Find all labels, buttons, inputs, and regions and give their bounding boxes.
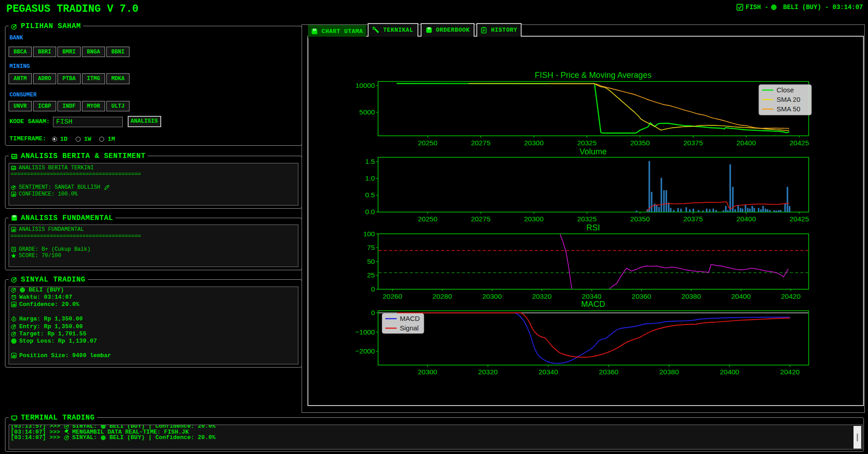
svg-text:100: 100 <box>363 229 375 237</box>
svg-text:20360: 20360 <box>632 292 651 300</box>
svg-text:20400: 20400 <box>736 215 756 223</box>
svg-text:MACD: MACD <box>581 299 605 308</box>
svg-text:−1000: −1000 <box>355 328 375 335</box>
svg-text:20340: 20340 <box>582 292 601 300</box>
svg-text:20300: 20300 <box>482 292 502 300</box>
svg-text:20275: 20275 <box>471 215 490 223</box>
svg-text:20380: 20380 <box>659 368 679 376</box>
svg-text:20300: 20300 <box>524 139 543 146</box>
svg-text:20400: 20400 <box>720 368 739 376</box>
svg-text:20400: 20400 <box>731 292 751 300</box>
svg-text:20425: 20425 <box>790 215 809 223</box>
svg-text:20400: 20400 <box>736 139 756 146</box>
svg-text:20300: 20300 <box>418 368 437 376</box>
svg-text:20375: 20375 <box>683 139 703 146</box>
svg-text:Close: Close <box>777 86 794 94</box>
svg-text:0.5: 0.5 <box>365 191 375 199</box>
svg-text:1.5: 1.5 <box>365 158 375 165</box>
svg-text:20425: 20425 <box>790 139 809 146</box>
svg-text:Volume: Volume <box>580 147 607 156</box>
svg-text:20420: 20420 <box>781 292 801 300</box>
svg-text:Signal: Signal <box>400 324 419 332</box>
svg-text:0.0: 0.0 <box>365 208 375 215</box>
svg-text:20260: 20260 <box>383 292 402 300</box>
svg-text:20360: 20360 <box>599 368 619 376</box>
svg-text:20280: 20280 <box>432 292 452 300</box>
svg-text:20250: 20250 <box>418 139 437 146</box>
svg-text:0: 0 <box>371 285 375 293</box>
svg-text:75: 75 <box>367 244 375 251</box>
svg-text:20325: 20325 <box>577 215 597 223</box>
svg-text:20320: 20320 <box>532 292 551 300</box>
svg-text:−2000: −2000 <box>355 347 375 355</box>
svg-text:20325: 20325 <box>577 139 597 146</box>
svg-text:20350: 20350 <box>630 139 650 146</box>
svg-text:10000: 10000 <box>355 81 375 89</box>
svg-text:MACD: MACD <box>400 315 420 322</box>
svg-text:SMA 50: SMA 50 <box>777 105 801 113</box>
svg-text:20380: 20380 <box>681 292 701 300</box>
svg-text:20375: 20375 <box>683 215 703 223</box>
svg-text:RSI: RSI <box>586 223 600 232</box>
svg-text:FISH - Price & Moving Averages: FISH - Price & Moving Averages <box>535 70 652 79</box>
svg-text:5000: 5000 <box>360 108 375 116</box>
svg-text:20350: 20350 <box>630 215 650 223</box>
svg-text:SMA 20: SMA 20 <box>777 96 801 103</box>
svg-text:0: 0 <box>371 308 375 316</box>
svg-text:20420: 20420 <box>780 368 800 376</box>
svg-text:20250: 20250 <box>418 215 437 223</box>
svg-text:1.0: 1.0 <box>365 174 375 182</box>
svg-text:20300: 20300 <box>524 215 543 223</box>
svg-text:20340: 20340 <box>538 368 558 376</box>
svg-text:50: 50 <box>367 257 375 265</box>
svg-text:20320: 20320 <box>478 368 498 376</box>
svg-text:25: 25 <box>367 271 375 279</box>
svg-text:20275: 20275 <box>471 139 490 146</box>
svg-text:$: $ <box>13 319 14 321</box>
